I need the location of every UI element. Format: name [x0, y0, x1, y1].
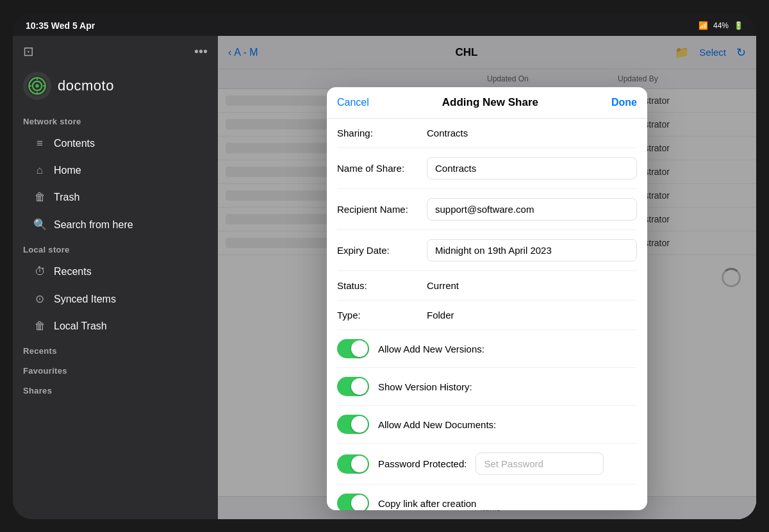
logo-circle [23, 72, 51, 100]
list-icon: ≡ [33, 137, 46, 150]
toggle-copy-link: Copy link after creation [337, 485, 637, 510]
battery-icon: 🔋 [734, 21, 743, 30]
recipient-name-label: Recipient Name: [337, 204, 420, 215]
sidebar-item-local-trash[interactable]: 🗑 Local Trash [18, 313, 213, 339]
allow-new-documents-label: Allow Add New Documents: [378, 419, 496, 430]
modal-done-button[interactable]: Done [611, 97, 637, 108]
status-bar: 10:35 Wed 5 Apr 📶 44% 🔋 [13, 13, 756, 36]
set-password-input[interactable] [475, 453, 604, 475]
sidebar-item-trash[interactable]: 🗑 Trash [18, 185, 213, 210]
recents-icon: ⏱ [33, 265, 46, 278]
sidebar-item-home-label: Home [54, 165, 81, 176]
sidebar-item-recents[interactable]: ⏱ Recents [18, 259, 213, 285]
logo-area: docmoto [13, 67, 218, 110]
modal-overlay: Cancel Adding New Share Done Sharing: Co… [218, 36, 756, 519]
sidebar-more-icon[interactable]: ••• [194, 44, 208, 59]
allow-new-versions-label: Allow Add New Versions: [378, 344, 484, 354]
expiry-date-row: Expiry Date: [337, 230, 637, 271]
battery-label: 44% [713, 21, 729, 30]
sharing-label: Sharing: [337, 128, 420, 138]
section-local-store: Local store [13, 238, 218, 258]
allow-new-documents-toggle[interactable] [337, 415, 369, 434]
sidebar-item-contents-label: Contents [54, 138, 95, 149]
logo-text: docmoto [58, 78, 114, 94]
sidebar: ⊡ ••• docmoto [13, 36, 218, 519]
section-network-store: Network store [13, 110, 218, 130]
content-area: ‹ A - M CHL 📁 Select ↻ Updated On Update… [218, 36, 756, 519]
svg-point-3 [35, 84, 38, 87]
section-recents: Recents [13, 340, 218, 360]
sidebar-item-local-trash-label: Local Trash [54, 320, 107, 332]
device-frame: 10:35 Wed 5 Apr 📶 44% 🔋 ⊡ ••• [13, 13, 756, 519]
sidebar-item-recents-label: Recents [54, 266, 92, 278]
section-favourites: Favourites [13, 360, 218, 379]
type-value: Folder [427, 310, 454, 320]
search-icon: 🔍 [33, 218, 46, 231]
show-version-history-label: Show Version History: [378, 381, 472, 392]
expiry-date-input[interactable] [427, 239, 637, 262]
sidebar-item-search[interactable]: 🔍 Search from here [18, 212, 213, 238]
status-row: Status: Current [337, 271, 637, 301]
sidebar-item-search-label: Search from here [54, 219, 133, 231]
status-time: 10:35 Wed 5 Apr [26, 21, 95, 31]
sidebar-top: ⊡ ••• [13, 36, 218, 67]
section-shares: Shares [13, 379, 218, 399]
name-of-share-label: Name of Share: [337, 163, 420, 174]
sidebar-item-trash-label: Trash [54, 192, 79, 203]
modal-dialog: Cancel Adding New Share Done Sharing: Co… [327, 87, 647, 510]
sidebar-item-synced-label: Synced Items [54, 294, 116, 305]
copy-link-label: Copy link after creation [378, 498, 476, 509]
show-version-history-toggle[interactable] [337, 377, 369, 396]
sidebar-toggle-icon[interactable]: ⊡ [23, 44, 34, 59]
expiry-date-label: Expiry Date: [337, 245, 420, 256]
toggle-allow-new-documents: Allow Add New Documents: [337, 406, 637, 444]
type-row: Type: Folder [337, 301, 637, 330]
main-layout: ⊡ ••• docmoto [13, 36, 756, 519]
local-trash-icon: 🗑 [33, 320, 46, 333]
modal-title: Adding New Share [442, 96, 538, 109]
trash-icon: 🗑 [33, 191, 46, 204]
modal-cancel-button[interactable]: Cancel [337, 97, 369, 108]
synced-icon: ⊙ [33, 292, 46, 306]
home-icon: ⌂ [33, 164, 46, 177]
sharing-row: Sharing: Contracts [337, 119, 637, 148]
name-of-share-row: Name of Share: [337, 148, 637, 189]
sidebar-item-home[interactable]: ⌂ Home [18, 158, 213, 183]
name-of-share-input[interactable] [427, 157, 637, 179]
status-label: Status: [337, 280, 420, 291]
copy-link-toggle[interactable] [337, 494, 369, 510]
password-protected-toggle[interactable] [337, 454, 369, 474]
type-label: Type: [337, 310, 420, 320]
status-right: 📶 44% 🔋 [699, 21, 743, 30]
allow-new-versions-toggle[interactable] [337, 339, 369, 358]
recipient-name-input[interactable] [427, 198, 637, 220]
status-value: Current [427, 280, 459, 291]
toggle-allow-new-versions: Allow Add New Versions: [337, 330, 637, 368]
docmoto-logo-icon [26, 74, 49, 97]
wifi-icon: 📶 [699, 21, 708, 30]
toggle-show-version-history: Show Version History: [337, 368, 637, 406]
password-protected-label: Password Protected: [378, 458, 467, 469]
recipient-name-row: Recipient Name: [337, 189, 637, 230]
modal-header: Cancel Adding New Share Done [327, 87, 647, 119]
toggle-password-protected: Password Protected: [337, 444, 637, 485]
sidebar-item-synced[interactable]: ⊙ Synced Items [18, 286, 213, 312]
sidebar-item-contents[interactable]: ≡ Contents [18, 131, 213, 156]
sharing-value: Contracts [427, 128, 468, 138]
modal-body: Sharing: Contracts Name of Share: Recipi… [327, 119, 647, 510]
